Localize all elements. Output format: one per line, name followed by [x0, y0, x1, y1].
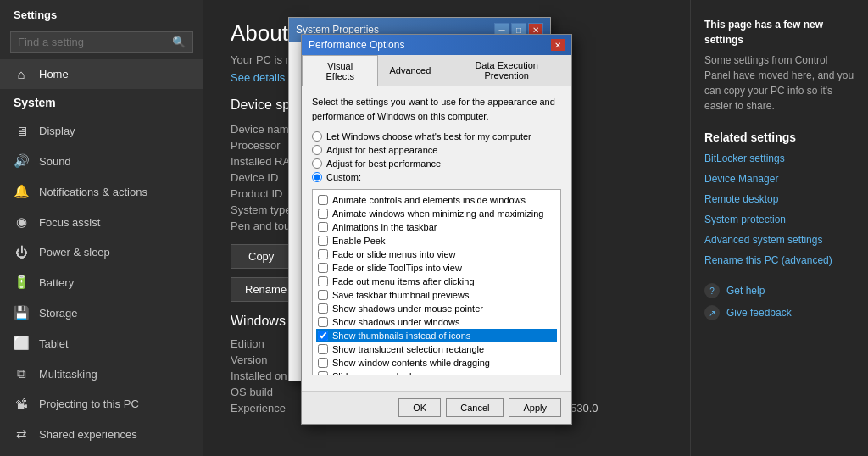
perf-body: Select the settings you want to use for … — [302, 86, 571, 391]
radio-let-windows[interactable] — [312, 131, 322, 142]
checkbox-0[interactable] — [318, 195, 328, 205]
checkbox-6[interactable] — [318, 276, 328, 286]
sidebar-item-home[interactable]: ⌂Home — [0, 59, 203, 89]
radio-label-best-performance: Adjust for best performance — [326, 158, 441, 169]
checkbox-label-10: Show thumbnails instead of icons — [332, 331, 470, 341]
checkbox-label-3: Enable Peek — [332, 236, 385, 246]
radio-item-custom[interactable]: Custom: — [312, 172, 561, 182]
get-help-icon: ? — [704, 283, 720, 298]
related-link-device-manager[interactable]: Device Manager — [704, 173, 854, 185]
get-help-label: Get help — [726, 285, 765, 297]
checkbox-item-7[interactable]: Save taskbar thumbnail previews — [318, 288, 555, 302]
checkbox-8[interactable] — [318, 303, 328, 314]
checkbox-item-0[interactable]: Animate controls and elements inside win… — [318, 193, 555, 207]
search-icon: 🔍 — [172, 36, 186, 48]
sidebar-item-power[interactable]: ⏻Power & sleep — [0, 237, 203, 267]
checkbox-13[interactable] — [318, 371, 328, 375]
radio-custom[interactable] — [312, 172, 322, 182]
perf-tab-data-execution[interactable]: Data Execution Prevention — [442, 55, 571, 86]
checkbox-label-0: Animate controls and elements inside win… — [332, 195, 526, 205]
panel-info: This page has a few new settings Some se… — [704, 17, 854, 114]
checkbox-5[interactable] — [318, 263, 328, 273]
checkbox-10[interactable] — [318, 331, 328, 341]
related-link-system-protection[interactable]: System protection — [704, 214, 854, 225]
sidebar-item-focus[interactable]: ◉Focus assist — [0, 207, 203, 237]
checkbox-label-6: Fade out menu items after clicking — [332, 276, 475, 286]
checkbox-label-8: Show shadows under mouse pointer — [332, 303, 483, 314]
perf-titlebar: Performance Options ✕ — [302, 35, 571, 55]
checkbox-item-8[interactable]: Show shadows under mouse pointer — [318, 302, 555, 315]
sidebar-item-battery[interactable]: 🔋Battery — [0, 267, 203, 298]
checkbox-item-5[interactable]: Fade or slide ToolTips into view — [318, 261, 555, 275]
checkbox-11[interactable] — [318, 344, 328, 354]
related-links-list: BitLocker settingsDevice ManagerRemote d… — [704, 153, 854, 266]
sidebar: Settings 🔍 ⌂HomeSystem🖥Display🔊Sound🔔Not… — [0, 0, 203, 456]
related-link-rename-pc[interactable]: Rename this PC (advanced) — [704, 254, 854, 266]
help-item-get-help[interactable]: ?Get help — [704, 283, 854, 298]
checkbox-9[interactable] — [318, 317, 328, 327]
panel-info-text: Some settings from Control Panel have mo… — [704, 53, 854, 114]
checkbox-item-12[interactable]: Show window contents while dragging — [318, 356, 555, 370]
perf-radio-group: Let Windows choose what's best for my co… — [312, 131, 561, 182]
related-link-advanced-system[interactable]: Advanced system settings — [704, 234, 854, 246]
checkbox-item-4[interactable]: Fade or slide menus into view — [318, 247, 555, 261]
cancel-button[interactable]: Cancel — [446, 398, 504, 417]
checkbox-item-1[interactable]: Animate windows when minimizing and maxi… — [318, 207, 555, 220]
sidebar-item-display[interactable]: 🖥Display — [0, 116, 203, 146]
copy-button[interactable]: Copy — [231, 244, 292, 269]
sidebar-item-shared[interactable]: ⇄Shared experiences — [0, 419, 203, 449]
checkbox-label-5: Fade or slide ToolTips into view — [332, 263, 462, 273]
sidebar-label-notifications: Notifications & actions — [39, 186, 147, 198]
radio-label-let-windows: Let Windows choose what's best for my co… — [326, 131, 531, 142]
sidebar-item-projecting[interactable]: 📽Projecting to this PC — [0, 389, 203, 419]
search-box[interactable]: 🔍 — [10, 31, 193, 53]
related-settings: Related settings BitLocker settingsDevic… — [704, 131, 854, 266]
checkbox-3[interactable] — [318, 236, 328, 246]
sidebar-label-projecting: Projecting to this PC — [39, 398, 139, 410]
checkbox-label-4: Fade or slide menus into view — [332, 249, 456, 259]
perf-tab-advanced[interactable]: Advanced — [378, 55, 442, 86]
checkbox-1[interactable] — [318, 209, 328, 219]
panel-info-title: This page has a few new settings — [704, 17, 854, 47]
checkbox-7[interactable] — [318, 290, 328, 300]
notifications-icon: 🔔 — [14, 184, 29, 199]
checkbox-item-6[interactable]: Fade out menu items after clicking — [318, 275, 555, 288]
app-title: Settings — [0, 0, 203, 28]
checkbox-4[interactable] — [318, 249, 328, 259]
radio-best-performance[interactable] — [312, 158, 322, 169]
radio-best-appearance[interactable] — [312, 145, 322, 155]
sidebar-item-storage[interactable]: 💾Storage — [0, 298, 203, 328]
sidebar-item-tablet[interactable]: ⬜Tablet — [0, 328, 203, 359]
perf-tabs: Visual EffectsAdvancedData Execution Pre… — [302, 55, 571, 86]
sidebar-label-power: Power & sleep — [39, 246, 110, 259]
perf-tab-visual-effects[interactable]: Visual Effects — [302, 55, 378, 86]
related-link-bitlocker[interactable]: BitLocker settings — [704, 153, 854, 164]
checkbox-item-10[interactable]: Show thumbnails instead of icons — [316, 329, 557, 342]
radio-item-best-performance[interactable]: Adjust for best performance — [312, 158, 561, 169]
checkbox-item-11[interactable]: Show translucent selection rectangle — [318, 342, 555, 356]
checkbox-item-3[interactable]: Enable Peek — [318, 234, 555, 247]
radio-item-let-windows[interactable]: Let Windows choose what's best for my co… — [312, 131, 561, 142]
checkbox-2[interactable] — [318, 222, 328, 232]
sidebar-item-notifications[interactable]: 🔔Notifications & actions — [0, 176, 203, 207]
checkbox-12[interactable] — [318, 358, 328, 368]
battery-icon: 🔋 — [14, 275, 29, 290]
checkbox-label-2: Animations in the taskbar — [332, 222, 437, 232]
checkbox-label-12: Show window contents while dragging — [332, 358, 490, 368]
checkbox-item-2[interactable]: Animations in the taskbar — [318, 220, 555, 234]
give-feedback-icon: ↗ — [704, 305, 720, 320]
ok-button[interactable]: OK — [398, 398, 441, 417]
search-input[interactable] — [18, 36, 169, 48]
sidebar-label-home: Home — [39, 68, 69, 81]
power-icon: ⏻ — [14, 245, 29, 259]
sidebar-item-multitasking[interactable]: ⧉Multitasking — [0, 359, 203, 389]
checkbox-item-13[interactable]: Slide open combo boxes — [318, 370, 555, 375]
perf-description: Select the settings you want to use for … — [312, 95, 561, 123]
apply-button[interactable]: Apply — [509, 398, 561, 417]
sidebar-item-sound[interactable]: 🔊Sound — [0, 146, 203, 176]
help-item-give-feedback[interactable]: ↗Give feedback — [704, 305, 854, 320]
perf-close-button[interactable]: ✕ — [551, 39, 565, 51]
checkbox-item-9[interactable]: Show shadows under windows — [318, 315, 555, 329]
related-link-remote-desktop[interactable]: Remote desktop — [704, 193, 854, 205]
radio-item-best-appearance[interactable]: Adjust for best appearance — [312, 145, 561, 155]
